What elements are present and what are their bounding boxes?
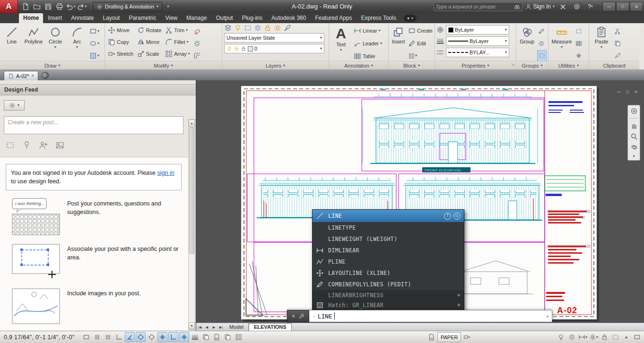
scale-button[interactable]: Scale [136,48,163,60]
undo-button[interactable] [65,1,76,12]
tab-express-tools[interactable]: Express Tools [357,13,400,23]
qat-customize-button[interactable] [163,1,174,12]
edit-block-button[interactable]: Edit [408,37,433,49]
ungroup-button[interactable] [537,38,547,49]
drawing-canvas[interactable]: FRONT ELEVATION [196,80,644,323]
annotation-panel-label[interactable]: Annotation [329,61,388,69]
recent-commands-icon[interactable] [547,315,548,318]
design-feed-header[interactable]: Design Feed [0,84,196,95]
navigation-wheel-icon[interactable] [630,107,638,115]
elevations-layout-tab[interactable]: ELEVATIONS [249,323,292,331]
help-dropdown-icon[interactable] [591,5,593,9]
object-snap-tracking-button[interactable] [157,332,167,342]
coordinates-readout[interactable]: 0.9 17/64", 0'-1 1/4", 0'-0" [4,334,75,341]
trim-button[interactable]: Trim [164,24,191,36]
block-panel-label[interactable]: Block [389,61,435,69]
maximize-viewport-button[interactable] [462,332,472,342]
copy-clip-button[interactable] [613,38,622,49]
ribbon-display-options-button[interactable] [404,15,417,22]
post-image-icon[interactable] [55,141,64,150]
isolate-objects-button[interactable] [610,332,620,342]
suggestion-lineweight[interactable]: LINEWEIGHT (LWEIGHT) [313,233,464,245]
text-button[interactable]: Text [331,24,351,61]
tab-home[interactable]: Home [19,13,43,23]
file-tab-close-icon[interactable] [32,74,34,78]
tab-autodesk-360[interactable]: Autodesk 360 [267,13,310,23]
circle-dropdown-icon[interactable] [54,45,56,49]
suggestion-linearbrightness[interactable]: LINEARBRIGHTNESS [313,290,464,300]
grid-display-button[interactable] [103,332,113,342]
help-search-box[interactable] [434,2,522,11]
orbit-icon[interactable] [630,144,638,151]
layer-lock-icon[interactable] [264,24,271,32]
suggestion-line[interactable]: LINE [313,210,464,222]
suggestion-dimlinear[interactable]: DIMLINEAR [313,245,464,256]
hatch-flyout-button[interactable] [88,50,100,61]
redo-dropdown-icon[interactable] [85,5,87,9]
properties-dialog-launcher-icon[interactable] [511,63,514,67]
expand-plus-icon[interactable] [457,292,461,298]
post-pin-icon[interactable] [22,141,31,150]
tab-plugins[interactable]: Plug-ins [238,13,267,23]
lineweight-dropdown[interactable]: ByLayer [446,36,509,46]
arc-button[interactable]: Arc [67,24,87,61]
new-drawing-tab-button[interactable] [42,72,49,79]
linetype-icon[interactable] [436,49,444,56]
toolbar-lock-button[interactable] [600,332,609,342]
save-button[interactable] [43,1,53,12]
layer-unlock-icon[interactable] [241,46,246,51]
layer-match-icon[interactable] [284,24,291,32]
suggestion-linetype[interactable]: LINETYPE [313,222,464,233]
text-dropdown-icon[interactable] [340,48,342,52]
hatch-dropdown-icon[interactable] [97,54,99,58]
erase-button[interactable] [192,26,202,37]
next-layout-button[interactable] [210,323,218,331]
command-close-icon[interactable] [292,314,295,319]
create-block-button[interactable]: Create [408,25,433,36]
suggestion-hatch-gr-linear[interactable]: Hatch: GR_LINEAR [313,300,464,310]
tab-annotate[interactable]: Annotate [67,13,98,23]
block-flyout-dropdown-icon[interactable] [415,54,417,58]
paper-space-button[interactable]: PAPER [437,332,461,342]
quick-select-button[interactable] [574,26,583,37]
annotation-autoscale-button[interactable] [567,332,577,342]
tab-featured-apps[interactable]: Featured Apps [311,13,356,23]
redo-button[interactable] [77,1,87,12]
sign-in-button[interactable]: Sign In [525,3,555,10]
search-input[interactable] [436,4,513,9]
workspace-switching-dropdown-icon[interactable] [596,335,598,339]
layer-off-icon[interactable] [234,24,242,32]
layers-panel-label[interactable]: Layers [222,61,329,69]
minimize-window-button[interactable] [602,2,616,11]
insert-block-button[interactable]: Insert [390,24,407,61]
suggestion-xline[interactable]: LAYOUTLINE (XLINE) [313,267,464,279]
drawing-close-button[interactable] [635,88,637,95]
annotation-scale-dropdown-icon[interactable] [585,335,587,339]
cut-button[interactable] [613,26,622,37]
group-selection-toggle[interactable] [537,50,547,61]
layer-properties-icon[interactable] [224,24,232,32]
pan-hand-icon[interactable] [630,122,638,129]
post-tag-person-icon[interactable] [39,141,48,150]
properties-panel-label[interactable]: Properties [435,61,516,69]
annotation-visibility-button[interactable] [556,332,566,342]
layer-on-icon[interactable] [274,24,281,32]
workspace-dropdown[interactable]: Drafting & Annotation [93,2,162,11]
clean-screen-button[interactable] [632,332,642,342]
draw-panel-label[interactable]: Draw [0,61,104,69]
color-wheel-icon[interactable] [436,26,444,34]
tab-output[interactable]: Output [212,13,237,23]
tab-view[interactable]: View [161,13,182,23]
layer-color-swatch[interactable] [248,46,253,51]
application-menu-button[interactable] [0,0,18,13]
layer-freeze-icon[interactable] [254,24,261,32]
design-feed-settings-button[interactable] [4,100,25,111]
zoom-icon[interactable] [630,133,638,140]
quick-view-drawings-button[interactable] [223,332,233,342]
transparency-button[interactable] [201,332,211,342]
layer-sun-icon[interactable] [234,46,239,51]
group-edit-button[interactable] [537,26,547,37]
layer-isolate-icon[interactable] [244,24,252,32]
array-dropdown-icon[interactable] [188,52,190,56]
object-color-dropdown[interactable]: ByLayer [446,25,509,34]
